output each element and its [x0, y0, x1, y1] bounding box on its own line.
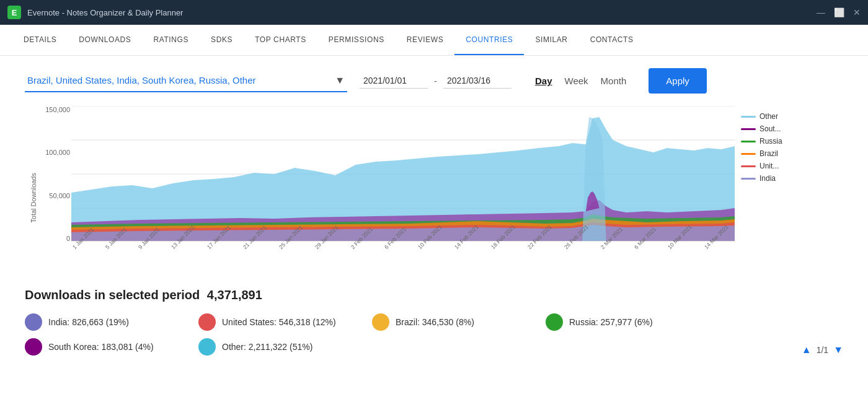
- stat-dot-us: [198, 313, 216, 331]
- legend-color-russia: [741, 141, 756, 142]
- nav-item-details[interactable]: DETAILS: [12, 25, 68, 55]
- page-indicator: 1/1: [817, 345, 828, 355]
- stat-item-us: United States: 546,318 (12%): [198, 313, 372, 331]
- time-btn-day[interactable]: Day: [530, 73, 557, 89]
- y-tick-50k: 50,000: [49, 192, 70, 199]
- time-toggle: Day Week Month: [530, 73, 631, 89]
- nav-item-similar[interactable]: SIMILAR: [524, 25, 578, 55]
- legend-label-south-korea: Sout...: [760, 124, 781, 133]
- date-to-input[interactable]: [443, 73, 512, 89]
- stats-section: Downloads in selected period 4,371,891 I…: [25, 288, 843, 356]
- nav-item-ratings[interactable]: RATINGS: [142, 25, 200, 55]
- legend-item-us: Unit...: [741, 162, 843, 170]
- y-tick-100k: 100,000: [45, 149, 70, 156]
- legend-label-russia: Russia: [760, 137, 782, 146]
- nav-item-sdks[interactable]: SDKs: [200, 25, 244, 55]
- legend-color-india: [741, 178, 756, 180]
- legend-color-other: [741, 116, 756, 118]
- stat-dot-russia: [546, 313, 563, 331]
- stat-label-us: United States: 546,318 (12%): [222, 317, 336, 327]
- nav-item-top-charts[interactable]: TOP CHARTS: [244, 25, 317, 55]
- next-page-button[interactable]: ▼: [833, 344, 843, 356]
- stat-label-other: Other: 2,211,322 (51%): [222, 342, 312, 352]
- stats-title: Downloads in selected period 4,371,891: [25, 288, 843, 302]
- country-select-value: Brazil, United States, India, South Kore…: [27, 75, 256, 85]
- filter-row: Brazil, United States, India, South Kore…: [25, 68, 843, 94]
- stat-dot-india: [25, 313, 42, 331]
- date-separator: -: [434, 76, 437, 86]
- legend-label-brazil: Brazil: [760, 149, 778, 158]
- nav-item-countries[interactable]: COUNTRIES: [454, 25, 524, 55]
- maximize-button[interactable]: ⬜: [834, 7, 844, 17]
- legend-item-brazil: Brazil: [741, 149, 843, 158]
- area-chart: [71, 106, 735, 242]
- time-btn-week[interactable]: Week: [560, 73, 593, 89]
- prev-page-button[interactable]: ▲: [802, 344, 812, 356]
- legend-color-us: [741, 165, 756, 167]
- stat-label-russia: Russia: 257,977 (6%): [569, 317, 653, 327]
- stat-dot-south-korea: [25, 338, 42, 356]
- app-title: Evernote - Notes Organizer & Daily Plann…: [27, 8, 817, 17]
- main-content: Brazil, United States, India, South Kore…: [0, 56, 868, 368]
- legend-label-india: India: [760, 174, 776, 183]
- date-range: -: [360, 73, 512, 89]
- window-controls[interactable]: — ⬜ ✕: [817, 7, 861, 17]
- legend-color-brazil: [741, 153, 756, 155]
- legend-label-us: Unit...: [760, 162, 779, 170]
- legend-item-india: India: [741, 174, 843, 183]
- date-from-input[interactable]: [360, 73, 428, 89]
- legend-item-russia: Russia: [741, 137, 843, 146]
- stat-item-russia: Russia: 257,977 (6%): [546, 313, 719, 331]
- stat-item-south-korea: South Korea: 183,081 (4%): [25, 338, 198, 356]
- app-logo: E: [7, 6, 21, 19]
- stat-label-india: India: 826,663 (19%): [48, 317, 129, 327]
- y-tick-0: 0: [66, 235, 70, 242]
- pagination: ▲ 1/1 ▼: [802, 344, 843, 356]
- stat-dot-brazil: [372, 313, 389, 331]
- stat-item-brazil: Brazil: 346,530 (8%): [372, 313, 546, 331]
- stats-grid-2: South Korea: 183,081 (4%) Other: 2,211,3…: [25, 338, 843, 356]
- country-select[interactable]: Brazil, United States, India, South Kore…: [25, 70, 347, 92]
- legend-item-other: Other: [741, 112, 843, 121]
- chart-container: Total Downloads 150,000 100,000 50,000 0: [25, 106, 843, 273]
- nav-item-reviews[interactable]: REVIEWS: [396, 25, 455, 55]
- close-button[interactable]: ✕: [853, 7, 861, 17]
- time-btn-month[interactable]: Month: [596, 73, 632, 89]
- chevron-down-icon: ▼: [335, 75, 345, 86]
- legend-color-south-korea: [741, 128, 756, 130]
- stat-label-brazil: Brazil: 346,530 (8%): [396, 317, 474, 327]
- apply-button[interactable]: Apply: [649, 68, 707, 94]
- legend-label-other: Other: [760, 112, 778, 121]
- stats-grid: India: 826,663 (19%) United States: 546,…: [25, 313, 843, 331]
- stat-dot-other: [198, 338, 216, 356]
- chart-legend: Other Sout... Russia Brazil Unit... Indi…: [741, 112, 843, 183]
- main-nav: DETAILS DOWNLOADS RATINGS SDKs TOP CHART…: [0, 25, 868, 56]
- nav-item-downloads[interactable]: DOWNLOADS: [68, 25, 142, 55]
- stat-item-other: Other: 2,211,322 (51%): [198, 338, 372, 356]
- y-tick-150k: 150,000: [45, 106, 70, 113]
- stat-label-south-korea: South Korea: 183,081 (4%): [48, 342, 154, 352]
- minimize-button[interactable]: —: [817, 7, 825, 17]
- nav-item-contacts[interactable]: CONTACTS: [579, 25, 645, 55]
- nav-item-permissions[interactable]: PERMISSIONS: [317, 25, 396, 55]
- title-bar: E Evernote - Notes Organizer & Daily Pla…: [0, 0, 868, 25]
- stat-item-india: India: 826,663 (19%): [25, 313, 198, 331]
- legend-item-south-korea: Sout...: [741, 124, 843, 133]
